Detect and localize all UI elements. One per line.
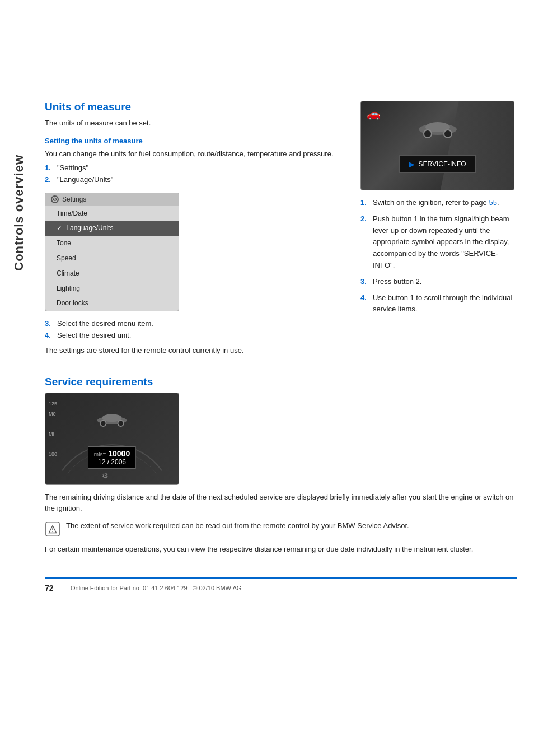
page-link[interactable]: 55 xyxy=(489,198,496,207)
list-item: Tone xyxy=(45,236,179,251)
miles-value: 10000 xyxy=(108,449,130,458)
list-item: 2. "Language/Units" xyxy=(45,174,344,186)
list-item: Time/Date xyxy=(45,206,179,221)
sidebar-label: Controls overview xyxy=(12,155,26,271)
svg-point-6 xyxy=(100,421,106,427)
odometer-gear-icon: ⚙ xyxy=(102,472,109,480)
units-title: Units of measure xyxy=(45,101,344,113)
right-column: 🚗 ▶ SERVICE-INFO 1. Switch on the igniti… xyxy=(360,101,517,359)
list-item: 2. Push button 1 in the turn signal/high… xyxy=(360,213,517,272)
car-silhouette-icon xyxy=(415,111,460,139)
list-item: Climate xyxy=(45,266,179,281)
note-text: The extent of service work required can … xyxy=(66,520,409,531)
date-value: 12 / 2006 xyxy=(94,458,130,466)
list-item: 4. Use button 1 to scroll through the in… xyxy=(360,292,517,316)
svg-point-2 xyxy=(424,130,432,138)
step-num: 4. xyxy=(45,330,54,342)
list-item: Lighting xyxy=(45,281,179,296)
step-text: "Language/Units" xyxy=(57,174,113,186)
units-steps-list: 1. "Settings" 2. "Language/Units" xyxy=(45,162,344,186)
menu-title: Settings xyxy=(62,195,86,203)
list-item: 3. Select the desired menu item. xyxy=(45,318,344,330)
list-item: 1. "Settings" xyxy=(45,162,344,174)
list-item: Door locks xyxy=(45,296,179,311)
svg-point-11 xyxy=(52,531,53,532)
mls-label: mls= xyxy=(94,451,106,458)
footer-text: Online Edition for Part no. 01 41 2 604 … xyxy=(71,585,241,591)
steering-wheel-icon: 🚗 xyxy=(367,107,381,120)
speedo-odometer: mls= 10000 12 / 2006 xyxy=(88,446,136,469)
list-item: 4. Select the desired unit. xyxy=(45,330,344,342)
step-num: 2. xyxy=(45,174,54,186)
left-column: Units of measure The units of measure ca… xyxy=(45,101,344,359)
menu-items-list: Time/Date ✓ Language/Units Tone Speed Cl… xyxy=(45,206,179,311)
service-req-body1: The remaining driving distance and the d… xyxy=(45,492,517,514)
step-num: 4. xyxy=(360,292,369,316)
step-text: Use button 1 to scroll through the indiv… xyxy=(373,292,517,316)
two-col-section: Units of measure The units of measure ca… xyxy=(45,101,517,359)
units-intro: The units of measure can be set. xyxy=(45,118,344,129)
svg-point-3 xyxy=(444,130,452,138)
main-content: Units of measure The units of measure ca… xyxy=(45,0,517,592)
dashboard-image: 🚗 ▶ SERVICE-INFO xyxy=(360,101,514,190)
step-text: Push button 1 in the turn signal/high be… xyxy=(373,213,517,272)
svg-point-7 xyxy=(118,421,124,427)
menu-screenshot: ⚙ Settings Time/Date ✓ Language/Units To… xyxy=(45,193,179,312)
list-item: Speed xyxy=(45,251,179,266)
step-text: "Settings" xyxy=(57,162,88,174)
step-num: 3. xyxy=(360,276,369,288)
units-body: You can change the units for fuel consum… xyxy=(45,148,344,160)
units-steps-cont-list: 3. Select the desired menu item. 4. Sele… xyxy=(45,318,344,342)
right-steps-list: 1. Switch on the ignition, refer to page… xyxy=(360,197,517,315)
speedo-car-icon xyxy=(92,404,132,430)
setting-subtitle: Setting the units of measure xyxy=(45,137,344,145)
service-info-label: SERVICE-INFO xyxy=(418,160,466,168)
play-icon: ▶ xyxy=(409,160,415,169)
step-text: Select the desired menu item. xyxy=(57,318,153,330)
step-num: 2. xyxy=(360,213,369,272)
step-text: Select the desired unit. xyxy=(57,330,131,342)
service-info-box: ▶ SERVICE-INFO xyxy=(399,155,476,173)
page-number: 72 xyxy=(45,584,62,592)
step-text: Switch on the ignition, refer to page 55… xyxy=(373,197,499,209)
gear-icon: ⚙ xyxy=(51,195,59,203)
list-item: ✓ Language/Units xyxy=(45,221,179,236)
page-footer: 72 Online Edition for Part no. 01 41 2 6… xyxy=(45,577,517,592)
page-container: Controls overview Units of measure The u… xyxy=(0,0,534,756)
service-req-body2: For certain maintenance operations, you … xyxy=(45,544,517,555)
sidebar: Controls overview xyxy=(0,101,38,325)
step-num: 3. xyxy=(45,318,54,330)
step-num: 1. xyxy=(45,162,54,174)
step-num: 1. xyxy=(360,197,369,209)
list-item: 1. Switch on the ignition, refer to page… xyxy=(360,197,517,209)
menu-title-bar: ⚙ Settings xyxy=(45,193,179,206)
units-footer-note: The settings are stored for the remote c… xyxy=(45,345,344,356)
step-text: Press button 2. xyxy=(373,276,421,288)
note-box: The extent of service work required can … xyxy=(45,520,517,537)
speedo-image: 125 M0 — MI 180 xyxy=(45,393,179,485)
note-triangle-icon xyxy=(45,521,60,537)
service-req-title: Service requirements xyxy=(45,376,517,388)
service-requirements-section: Service requirements 125 M0 — MI 180 xyxy=(45,376,517,555)
list-item: 3. Press button 2. xyxy=(360,276,517,288)
